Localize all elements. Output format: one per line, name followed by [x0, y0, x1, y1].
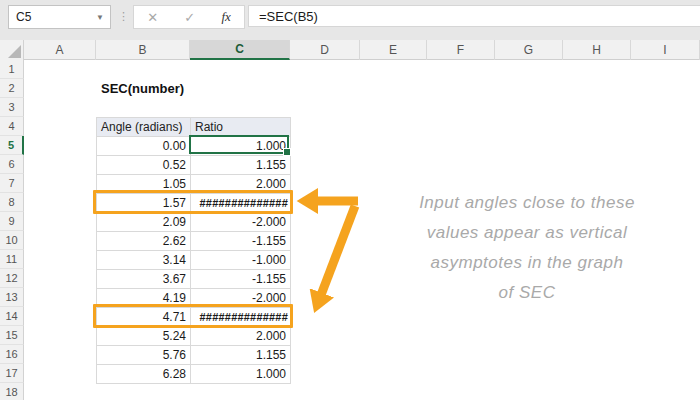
annotation-line: values appear as vertical	[367, 218, 687, 248]
ratio-cell[interactable]: -1.155	[191, 232, 291, 251]
ratio-cell[interactable]: 1.000	[191, 365, 291, 384]
annotation-text: Input angles close to these values appea…	[367, 188, 687, 308]
row-header-2[interactable]: 2	[0, 79, 24, 98]
row-header-4[interactable]: 4	[0, 117, 24, 136]
column-header-i[interactable]: I	[631, 40, 700, 60]
cancel-button[interactable]: ✕	[147, 10, 158, 25]
cell-b2-title[interactable]: SEC(number)	[96, 79, 184, 98]
ratio-cell[interactable]: 1.155	[191, 346, 291, 365]
angle-cell[interactable]: 6.28	[97, 365, 191, 384]
table-row: 2.62-1.155	[97, 232, 291, 251]
table-row: 3.67-1.155	[97, 270, 291, 289]
angle-cell[interactable]: 3.14	[97, 251, 191, 270]
table-row: 0.521.155	[97, 156, 291, 175]
column-header-e[interactable]: E	[360, 40, 427, 60]
row-headers: 123456789101112131415161718	[0, 60, 24, 400]
table-row: 6.281.000	[97, 365, 291, 384]
row-header-1[interactable]: 1	[0, 60, 24, 79]
column-header-g[interactable]: G	[495, 40, 563, 60]
annotation-line: Input angles close to these	[367, 188, 687, 218]
ratio-cell[interactable]: -1.000	[191, 251, 291, 270]
angle-cell[interactable]: 5.76	[97, 346, 191, 365]
name-box-value: C5	[9, 10, 96, 24]
formula-bar-resize-handle[interactable]: ⋮	[118, 4, 129, 28]
ratio-cell[interactable]: -1.155	[191, 270, 291, 289]
table-row: 3.14-1.000	[97, 251, 291, 270]
angle-cell[interactable]: 2.09	[97, 213, 191, 232]
row-header-11[interactable]: 11	[0, 250, 24, 269]
active-cell-selection-c5[interactable]	[189, 135, 289, 154]
row-header-16[interactable]: 16	[0, 345, 24, 364]
excel-window: C5 ▼ ⋮ ✕ ✓ fx =SEC(B5) ABCDEFGHI 1234567…	[0, 0, 700, 400]
row-header-17[interactable]: 17	[0, 364, 24, 383]
angle-cell[interactable]: 2.62	[97, 232, 191, 251]
table-row: 5.761.155	[97, 346, 291, 365]
row-header-3[interactable]: 3	[0, 98, 24, 117]
highlight-box-row-8	[93, 190, 293, 214]
name-box[interactable]: C5 ▼	[8, 5, 111, 29]
angle-cell[interactable]: 0.00	[97, 137, 191, 156]
enter-button[interactable]: ✓	[184, 10, 195, 25]
row-header-7[interactable]: 7	[0, 174, 24, 193]
column-header-d[interactable]: D	[290, 40, 360, 60]
angle-cell[interactable]: 0.52	[97, 156, 191, 175]
row-header-10[interactable]: 10	[0, 231, 24, 250]
row-header-9[interactable]: 9	[0, 212, 24, 231]
table-header-angle[interactable]: Angle (radians)	[97, 118, 191, 137]
name-box-dropdown-icon[interactable]: ▼	[96, 13, 110, 22]
table-row: 5.242.000	[97, 327, 291, 346]
row-header-5[interactable]: 5	[0, 136, 24, 155]
formula-bar-buttons: ✕ ✓ fx	[133, 5, 245, 29]
ratio-cell[interactable]: 2.000	[191, 327, 291, 346]
row-header-15[interactable]: 15	[0, 326, 24, 345]
annotation-line: of SEC	[367, 278, 687, 308]
column-header-f[interactable]: F	[427, 40, 495, 60]
row-header-13[interactable]: 13	[0, 288, 24, 307]
row-header-6[interactable]: 6	[0, 155, 24, 174]
insert-function-button[interactable]: fx	[221, 9, 230, 25]
highlight-box-row-14	[93, 304, 293, 328]
column-header-h[interactable]: H	[563, 40, 631, 60]
select-all-corner[interactable]	[0, 40, 24, 60]
column-headers: ABCDEFGHI	[0, 40, 700, 60]
arrow-to-row-14	[321, 206, 355, 295]
fill-handle[interactable]	[283, 148, 291, 156]
column-header-a[interactable]: A	[24, 40, 96, 60]
formula-bar: C5 ▼ ⋮ ✕ ✓ fx =SEC(B5)	[0, 0, 700, 40]
row-header-8[interactable]: 8	[0, 193, 24, 212]
angle-cell[interactable]: 3.67	[97, 270, 191, 289]
formula-input[interactable]: =SEC(B5)	[248, 5, 700, 27]
data-table: Angle (radians) Ratio 0.001.0000.521.155…	[96, 117, 291, 384]
row-header-14[interactable]: 14	[0, 307, 24, 326]
row-header-18[interactable]: 18	[0, 383, 24, 400]
ratio-cell[interactable]: 1.155	[191, 156, 291, 175]
column-header-b[interactable]: B	[96, 40, 190, 60]
ratio-cell[interactable]: -2.000	[191, 213, 291, 232]
row-header-12[interactable]: 12	[0, 269, 24, 288]
table-row: 2.09-2.000	[97, 213, 291, 232]
angle-cell[interactable]: 5.24	[97, 327, 191, 346]
annotation-line: asymptotes in the graph	[367, 248, 687, 278]
sheet-canvas[interactable]: SEC(number) Angle (radians) Ratio 0.001.…	[24, 60, 700, 400]
column-header-c[interactable]: C	[190, 40, 290, 60]
